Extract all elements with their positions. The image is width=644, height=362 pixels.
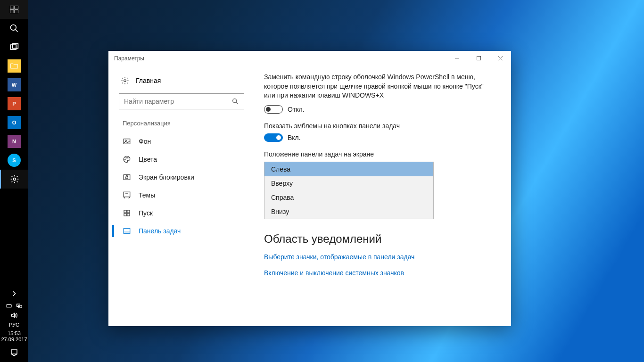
- settings-main: Заменить командную строку оболочкой Wind…: [255, 66, 511, 326]
- sidebar-item-lockscreen[interactable]: Экран блокировки: [112, 168, 251, 186]
- outlook-icon: O: [8, 116, 21, 129]
- skype-button[interactable]: S: [0, 151, 28, 170]
- notification-icon: [10, 348, 18, 357]
- svg-rect-34: [127, 214, 130, 216]
- gear-icon: [10, 174, 19, 184]
- sidebar-section-label: Персонализация: [112, 117, 251, 132]
- maximize-icon: [476, 56, 481, 61]
- svg-marker-13: [12, 313, 15, 317]
- svg-rect-32: [127, 210, 130, 213]
- explorer-icon: [8, 59, 21, 73]
- tray-chevron[interactable]: [0, 287, 28, 300]
- badges-toggle-label: Вкл.: [288, 134, 301, 141]
- chevron-right-icon: [9, 289, 19, 298]
- svg-point-26: [128, 157, 129, 158]
- notification-area-heading: Область уведомлений: [264, 232, 496, 246]
- search-icon: [9, 24, 19, 33]
- systray-icons[interactable]: [0, 300, 28, 321]
- taskbar-apps: W P O N S: [0, 0, 28, 189]
- svg-point-19: [124, 80, 126, 82]
- start-icon: [123, 209, 131, 217]
- clock-time: 15:53: [1, 330, 27, 337]
- taskview-button[interactable]: [0, 38, 28, 57]
- start-button[interactable]: [0, 0, 28, 19]
- powershell-replace-toggle-row: Откл.: [264, 105, 496, 114]
- badges-label: Показать эмблемы на кнопках панели задач: [264, 122, 496, 130]
- palette-icon: [123, 155, 131, 164]
- skype-icon: S: [8, 154, 21, 167]
- svg-rect-14: [11, 350, 17, 354]
- maximize-button[interactable]: [468, 51, 489, 66]
- window-content: Главная Персонализация Фон Цвета Экран б…: [108, 66, 511, 326]
- sidebar-item-colors[interactable]: Цвета: [112, 150, 251, 168]
- onenote-button[interactable]: N: [0, 132, 28, 151]
- window-title: Параметры: [114, 55, 144, 62]
- sidebar-item-label: Пуск: [139, 209, 153, 217]
- svg-rect-1: [15, 6, 18, 9]
- svg-rect-29: [124, 192, 130, 197]
- action-center-button[interactable]: [0, 345, 28, 360]
- dropdown-option[interactable]: Слева: [264, 162, 433, 176]
- settings-sidebar: Главная Персонализация Фон Цвета Экран б…: [108, 66, 255, 326]
- svg-point-8: [14, 178, 16, 181]
- gear-icon: [121, 76, 129, 85]
- taskbar-icon: [123, 227, 131, 235]
- svg-rect-16: [477, 57, 480, 60]
- settings-search[interactable]: [119, 93, 244, 109]
- close-icon: [498, 56, 503, 61]
- sidebar-item-label: Темы: [139, 191, 155, 199]
- powerpoint-button[interactable]: P: [0, 94, 28, 113]
- powershell-replace-toggle[interactable]: [264, 105, 283, 114]
- taskbar-position-dropdown[interactable]: Слева Вверху Справа Внизу: [264, 162, 434, 219]
- clock[interactable]: 15:53 27.09.2017: [1, 329, 27, 346]
- powerpoint-icon: P: [8, 97, 21, 110]
- dropdown-option[interactable]: Вверху: [264, 176, 433, 190]
- svg-rect-31: [124, 210, 126, 213]
- powershell-replace-toggle-label: Откл.: [288, 106, 305, 113]
- settings-window: Параметры Главная Персонализация: [108, 51, 511, 326]
- svg-point-20: [233, 99, 237, 103]
- svg-rect-3: [15, 10, 18, 13]
- svg-rect-6: [11, 45, 17, 49]
- search-input[interactable]: [124, 98, 231, 105]
- window-controls: [446, 51, 511, 66]
- svg-rect-33: [124, 214, 126, 216]
- select-tray-icons-link[interactable]: Выберите значки, отображаемые в панели з…: [264, 253, 496, 261]
- outlook-button[interactable]: O: [0, 113, 28, 132]
- word-button[interactable]: W: [0, 75, 28, 94]
- sidebar-item-label: Цвета: [139, 156, 157, 163]
- language-indicator[interactable]: РУС: [9, 321, 19, 329]
- sidebar-item-label: Панель задач: [139, 227, 181, 235]
- svg-rect-35: [124, 229, 130, 234]
- sidebar-item-themes[interactable]: Темы: [112, 186, 251, 204]
- minimize-button[interactable]: [446, 51, 468, 66]
- sidebar-home[interactable]: Главная: [112, 73, 251, 89]
- explorer-button[interactable]: [0, 57, 28, 75]
- lock-icon: [123, 173, 131, 181]
- windows-icon: [9, 5, 19, 14]
- system-icons-link[interactable]: Включение и выключение системных значков: [264, 269, 496, 277]
- taskview-icon: [9, 42, 19, 52]
- search-button[interactable]: [0, 19, 28, 38]
- svg-point-25: [126, 157, 127, 158]
- power-icon: [5, 302, 13, 310]
- position-dropdown-label: Положение панели задач на экране: [264, 150, 496, 158]
- sidebar-item-background[interactable]: Фон: [112, 132, 251, 150]
- titlebar[interactable]: Параметры: [108, 51, 511, 66]
- badges-toggle[interactable]: [264, 133, 283, 142]
- close-button[interactable]: [489, 51, 511, 66]
- sidebar-home-label: Главная: [136, 77, 161, 84]
- powershell-replace-description: Заменить командную строку оболочкой Wind…: [264, 73, 495, 100]
- sidebar-item-start[interactable]: Пуск: [112, 204, 251, 222]
- dropdown-option[interactable]: Справа: [264, 190, 433, 205]
- taskbar-systray-area: РУС 15:53 27.09.2017: [0, 287, 28, 362]
- svg-line-21: [236, 102, 238, 104]
- dropdown-option[interactable]: Внизу: [264, 205, 433, 219]
- sidebar-item-taskbar[interactable]: Панель задач: [112, 222, 251, 240]
- clock-date: 27.09.2017: [1, 337, 27, 343]
- svg-rect-9: [7, 304, 11, 307]
- sidebar-item-label: Экран блокировки: [139, 173, 194, 181]
- svg-rect-28: [126, 177, 128, 179]
- settings-app-button[interactable]: [0, 170, 28, 189]
- taskbar: W P O N S РУС: [0, 0, 28, 362]
